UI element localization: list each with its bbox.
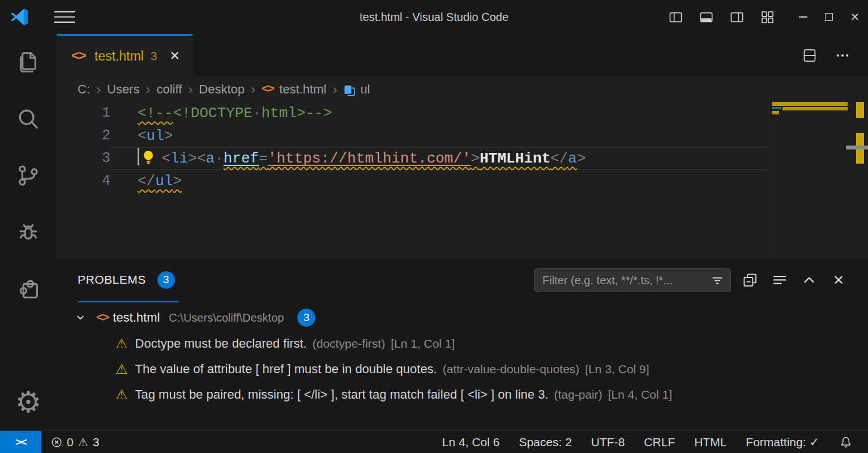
more-actions-icon [834,47,851,64]
editor[interactable]: 1<!--<!DOCTYPE·html>-->2<ul>3<li><a·href… [57,102,868,258]
breadcrumb-item[interactable]: C: [78,82,90,97]
toggle-primary-sidebar-button[interactable] [668,9,683,25]
breadcrumb-item[interactable]: test.html [279,82,326,97]
problem-rule: (tag-pair) [554,388,602,401]
menu-icon[interactable] [54,11,75,23]
minimap[interactable] [769,102,852,258]
code-line[interactable]: 3<li><a·href='https://htmlhint.com/'>HTM… [57,147,766,170]
status-item-language-mode[interactable]: HTML [694,435,726,449]
problem-rule: (doctype-first) [313,337,385,351]
files-icon [15,49,41,75]
panel-tab-problems[interactable]: PROBLEMS 3 [78,258,178,302]
title-bar: test.html - Visual Studio Code [0,0,868,34]
sidebar-item-run-debug[interactable] [0,204,57,260]
code-line[interactable]: 1<!--<!DOCTYPE·html>--> [57,102,766,125]
status-item-cursor-position[interactable]: Ln 4, Col 6 [442,435,500,449]
sidebar-item-source-control[interactable] [0,147,57,204]
warning-icon: ⚠ [116,361,128,377]
maximize-panel-button[interactable] [799,270,819,290]
maximize-icon [825,13,833,21]
problem-message: The value of attribute [ href ] must be … [135,362,437,377]
breadcrumb-separator: › [188,82,193,97]
breadcrumb-separator: › [146,82,150,97]
code-token: li [170,150,188,167]
toggle-panel-button[interactable] [698,9,714,25]
collapse-all-icon [742,272,759,289]
code-token: ul [147,127,164,144]
status-item-formatting[interactable]: Formatting: ✓ [746,435,819,449]
problem-message: Tag must be paired, missing: [ </li> ], … [135,387,549,402]
close-icon: ✕ [850,11,860,23]
vscode-logo-icon [9,7,29,27]
status-bar: >< 0 ⚠ 3 Ln 4, Col 6Spaces: 2UTF-8CRLFHT… [0,430,868,453]
problem-message: Doctype must be declared first. [135,336,307,351]
split-editor-button[interactable] [801,47,818,64]
tab-problem-count: 3 [151,49,157,63]
remote-indicator[interactable]: >< [0,431,41,453]
code-token: < [138,127,147,144]
code-token: HTMLHint [480,150,550,167]
code-token: <!-- [138,105,173,122]
code-line[interactable]: 2<ul> [57,125,766,147]
view-as-tree-button[interactable] [769,270,790,290]
minimize-button[interactable] [790,6,816,28]
group-count-badge: 3 [297,309,315,327]
activity-bar: ⚙ [0,34,57,430]
breadcrumb-item[interactable]: Desktop [199,82,245,97]
collapse-all-button[interactable] [740,270,760,290]
breadcrumb-separator: › [251,82,255,97]
line-number: 2 [57,125,110,147]
customize-layout-button[interactable] [759,9,775,25]
problems-count-badge: 3 [157,271,175,289]
chevron-up-icon [801,272,818,289]
problem-location: [Ln 3, Col 9] [585,362,649,376]
problems-filter-input[interactable] [542,274,710,287]
code-line[interactable]: 4</ul> [57,170,766,193]
breadcrumb-item[interactable]: coliff [156,82,182,97]
notifications-button[interactable] [839,435,853,450]
list-lines-icon [771,272,788,289]
toggle-secondary-sidebar-button[interactable] [729,9,745,25]
status-item-indentation[interactable]: Spaces: 2 [519,435,571,449]
problem-item[interactable]: ⚠Doctype must be declared first.(doctype… [57,331,868,356]
overview-ruler[interactable] [852,102,868,258]
html-file-icon: <> [262,83,273,96]
more-actions-button[interactable] [834,47,851,64]
sidebar-item-extensions[interactable] [0,260,57,317]
remote-icon: >< [15,436,25,448]
sidebar-item-explorer[interactable] [0,34,57,91]
group-file-name: test.html [113,310,160,325]
tab-test-html[interactable]: <> test.html 3 ✕ [57,34,193,76]
close-panel-button[interactable]: ✕ [828,270,849,290]
problem-item[interactable]: ⚠The value of attribute [ href ] must be… [57,356,868,382]
code-token: href [224,150,259,167]
chevron-down-icon [72,310,88,326]
maximize-button[interactable] [816,6,842,28]
symbol-ul-icon [343,84,356,97]
breadcrumb-separator: › [332,82,337,97]
editor-actions [801,34,868,76]
sidebar-item-search[interactable] [0,91,57,147]
problem-item[interactable]: ⚠Tag must be paired, missing: [ </li> ],… [57,382,868,407]
breadcrumb-item[interactable]: Users [107,82,139,97]
problem-file-group[interactable]: <> test.html C:\Users\coliff\Desktop 3 [57,305,868,331]
close-button[interactable]: ✕ [842,6,868,28]
status-problems-summary[interactable]: 0 ⚠ 3 [51,435,99,449]
html-file-icon: <> [96,311,108,324]
tab-close-icon[interactable]: ✕ [169,49,179,63]
html-file-icon: <> [71,49,85,64]
minimap-warning-highlight [783,107,848,110]
tab-label: test.html [95,49,144,64]
problems-panel: PROBLEMS 3 [57,258,868,430]
code-token: a [206,150,215,167]
bell-icon [839,435,853,450]
status-item-eol[interactable]: CRLF [644,435,675,449]
sidebar-item-settings[interactable]: ⚙ [0,374,57,430]
status-item-encoding[interactable]: UTF-8 [591,435,625,449]
code-token: ul [155,173,173,190]
code-token: a [568,150,577,167]
breadcrumb-item[interactable]: ul [360,82,370,97]
code-token: <!DOCTYPE [173,105,252,122]
problem-location: [Ln 1, Col 1] [391,337,455,351]
warning-count: 3 [93,435,100,449]
